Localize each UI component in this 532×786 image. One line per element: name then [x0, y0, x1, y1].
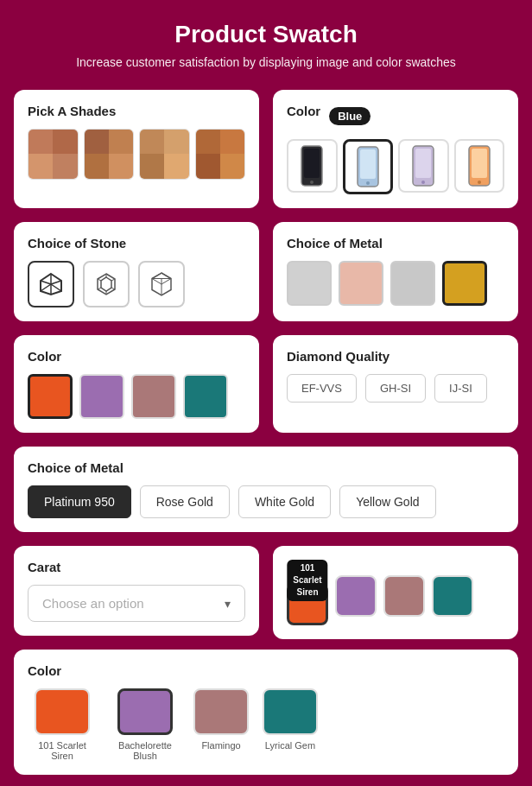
color-phone-title: Color [287, 104, 320, 118]
svg-line-30 [162, 273, 171, 279]
shade-swatch-1[interactable] [28, 129, 79, 180]
bottom-color-item-3: Flamingo [193, 688, 249, 761]
stone-swatch-1[interactable] [28, 261, 74, 307]
diamond-title: Diamond Quality [287, 349, 504, 364]
bottom-color-item-4: Lyrical Gem [263, 688, 318, 761]
metal-text-btn-3[interactable]: White Gold [238, 485, 331, 518]
svg-rect-1 [304, 149, 320, 178]
metal-swatch-2[interactable] [339, 261, 383, 306]
svg-line-33 [162, 279, 171, 285]
stone-card: Choice of Stone [14, 222, 259, 321]
diamond-card: Diamond Quality EF-VVS GH-SI IJ-SI [273, 335, 518, 433]
bottom-color-label-3: Flamingo [201, 740, 240, 751]
tooltip-swatch-2[interactable] [335, 575, 377, 617]
metal-text-btn-4[interactable]: Yellow Gold [339, 485, 435, 518]
color-swatch-4[interactable] [183, 374, 228, 419]
bottom-color-label-2: Bachelorette Blush [111, 740, 180, 761]
shades-grid [28, 129, 245, 180]
bottom-color-item-1: 101 Scarlet Siren [28, 688, 97, 761]
phone-swatch-1[interactable] [287, 139, 338, 193]
metal-text-card: Choice of Metal Platinum 950 Rose Gold W… [14, 447, 518, 532]
page-title: Product Swatch [14, 21, 518, 48]
svg-rect-7 [415, 149, 431, 178]
metal-text-title: Choice of Metal [28, 460, 504, 475]
svg-line-29 [152, 273, 162, 279]
color-swatch-title: Color [28, 349, 245, 364]
metal-text-btn-2[interactable]: Rose Gold [140, 485, 230, 518]
tooltip-swatches: 101 Scarlet Siren [287, 567, 504, 625]
diamond-option-1[interactable]: EF-VVS [287, 374, 357, 403]
diamond-options: EF-VVS GH-SI IJ-SI [287, 374, 504, 403]
tooltip-swatches-card: 101 Scarlet Siren [273, 546, 518, 639]
svg-line-14 [51, 281, 61, 284]
bottom-color-label-4: Lyrical Gem [265, 740, 315, 751]
color-swatch-2[interactable] [79, 374, 124, 419]
phone-swatch-4[interactable] [454, 139, 505, 193]
svg-rect-4 [360, 149, 376, 179]
color-badge: Blue [329, 107, 370, 125]
metal-color-swatches [287, 261, 504, 306]
bottom-color-box-3[interactable] [193, 688, 249, 735]
svg-point-11 [478, 181, 481, 184]
shade-swatch-4[interactable] [195, 129, 246, 180]
metal-color-card: Choice of Metal [273, 222, 518, 321]
carat-dropdown[interactable]: Choose an option ▾ [28, 585, 245, 622]
bottom-color-box-2[interactable] [117, 688, 173, 735]
svg-line-32 [152, 279, 162, 285]
svg-line-17 [41, 284, 51, 291]
carat-placeholder: Choose an option [42, 596, 144, 611]
bottom-color-options: 101 Scarlet Siren Bachelorette Blush Fla… [28, 688, 504, 761]
phone-swatch-2[interactable] [343, 139, 394, 194]
color-swatch-3[interactable] [131, 374, 176, 419]
color-swatch-1[interactable] [28, 374, 73, 419]
svg-point-2 [310, 181, 314, 184]
bottom-color-box-1[interactable] [35, 688, 90, 735]
carat-title: Carat [28, 560, 245, 574]
metal-swatch-3[interactable] [390, 261, 435, 306]
stone-swatches [28, 261, 245, 307]
color-phone-card: Color Blue [273, 90, 518, 208]
phone-swatch-3[interactable] [398, 139, 449, 193]
metal-color-title: Choice of Metal [287, 236, 504, 250]
bottom-color-item-2: Bachelorette Blush [111, 688, 180, 761]
svg-rect-10 [472, 149, 487, 178]
stone-swatch-2[interactable] [83, 261, 130, 307]
svg-marker-20 [101, 277, 111, 291]
stone-swatch-3[interactable] [138, 261, 185, 307]
diamond-option-3[interactable]: IJ-SI [434, 374, 487, 403]
svg-line-13 [41, 281, 51, 284]
chevron-down-icon: ▾ [225, 597, 231, 611]
svg-point-5 [366, 181, 370, 185]
metal-text-btn-1[interactable]: Platinum 950 [28, 485, 131, 518]
tooltip-swatch-wrapper: 101 Scarlet Siren [287, 584, 328, 625]
phone-swatches [287, 139, 504, 194]
tooltip-swatch-4[interactable] [432, 575, 473, 617]
carat-card: Carat Choose an option ▾ [14, 546, 259, 636]
shades-card: Pick A Shades [14, 90, 259, 208]
metal-text-options: Platinum 950 Rose Gold White Gold Yellow… [28, 485, 504, 518]
color-swatches [28, 374, 245, 419]
tooltip-swatch-3[interactable] [383, 575, 425, 617]
diamond-option-2[interactable]: GH-SI [365, 374, 426, 403]
shades-title: Pick A Shades [28, 104, 245, 118]
svg-point-8 [421, 181, 425, 184]
bottom-color-box-4[interactable] [263, 688, 318, 735]
bottom-color-label-1: 101 Scarlet Siren [28, 740, 97, 761]
shade-swatch-3[interactable] [139, 129, 190, 180]
shade-swatch-2[interactable] [84, 129, 135, 180]
stone-title: Choice of Stone [28, 236, 245, 250]
svg-line-18 [51, 284, 61, 291]
bottom-color-title: Color [28, 663, 504, 678]
metal-swatch-4[interactable] [442, 261, 487, 306]
metal-swatch-1[interactable] [287, 261, 332, 306]
bottom-color-card: Color 101 Scarlet Siren Bachelorette Blu… [14, 650, 518, 775]
color-swatch-card: Color [14, 335, 259, 433]
tooltip-badge: 101 Scarlet Siren [287, 560, 327, 601]
page-subtitle: Increase customer satisfaction by displa… [14, 55, 518, 69]
